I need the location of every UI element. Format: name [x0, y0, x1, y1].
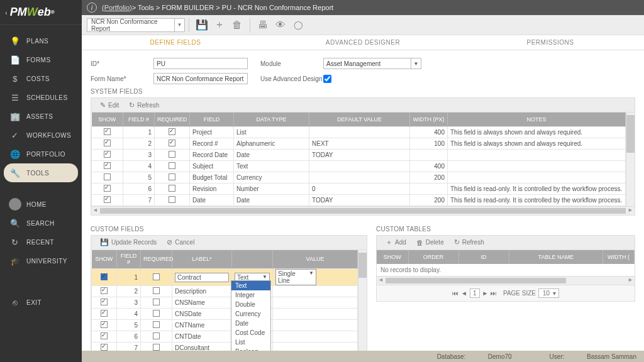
col-header[interactable] — [232, 250, 273, 269]
nav-workflows[interactable]: ✓WORKFLOWS — [0, 126, 82, 145]
id-input[interactable] — [153, 58, 248, 69]
dropdown-option[interactable]: List — [231, 337, 270, 347]
dropdown-option[interactable]: Text — [231, 281, 270, 290]
required-checkbox[interactable] — [169, 173, 175, 180]
nav-search[interactable]: 🔍SEARCH — [0, 214, 82, 233]
view-icon[interactable]: 👁 — [272, 19, 289, 31]
col-header[interactable]: DATA TYPE — [234, 112, 309, 126]
dropdown-option[interactable]: Integer — [231, 290, 270, 300]
col-header[interactable]: ID — [458, 250, 509, 264]
table-row[interactable]: 1ContractText▼Single Line▼ — [92, 269, 358, 286]
col-header[interactable]: SHOW — [377, 250, 408, 264]
table-row[interactable]: 3Record DateDateTODAY — [92, 149, 626, 160]
label-cell[interactable]: Contract — [172, 269, 232, 286]
nav-tools[interactable]: 🔧TOOLS — [4, 163, 78, 182]
tpage-size-select[interactable]: 10 ▾ — [538, 288, 559, 298]
refresh-tables-button[interactable]: ↻Refresh — [449, 238, 489, 246]
table-row[interactable]: 7DateDateTODAY200This field is read-only… — [92, 194, 626, 206]
nav-university[interactable]: 🎓UNIVERSITY — [0, 251, 82, 270]
nav-exit[interactable]: ⎋EXIT — [0, 293, 82, 312]
col-header[interactable]: REQUIRED — [155, 112, 190, 126]
dropdown-option[interactable]: Boolean — [231, 347, 270, 351]
show-checkbox[interactable] — [104, 128, 111, 135]
required-checkbox[interactable] — [153, 321, 160, 328]
show-checkbox[interactable] — [104, 162, 111, 169]
col-header[interactable]: WIDTH (PX) — [410, 112, 448, 126]
system-hscroll[interactable] — [91, 207, 635, 216]
show-checkbox[interactable] — [101, 273, 108, 280]
value-cell[interactable]: Single Line▼ — [273, 269, 358, 286]
dropdown-option[interactable]: Currency — [231, 309, 270, 319]
required-checkbox[interactable] — [169, 185, 175, 192]
required-checkbox[interactable] — [153, 344, 160, 351]
col-header[interactable]: LABEL* — [172, 250, 232, 269]
table-row[interactable]: 6RevisionNumber0This field is read-only.… — [92, 183, 626, 194]
table-row[interactable]: 2Record #AlphanumericNEXT100This field i… — [92, 138, 626, 149]
delete-icon[interactable]: 🗑 — [228, 19, 246, 31]
col-header[interactable]: TABLE NAME — [509, 250, 603, 264]
delete-button[interactable]: 🗑Delete — [411, 239, 449, 246]
nav-plans[interactable]: 💡PLANS — [0, 31, 82, 50]
show-checkbox[interactable] — [104, 140, 111, 146]
required-checkbox[interactable] — [169, 151, 175, 158]
dropdown-option[interactable]: Double — [231, 300, 270, 309]
type-dropdown-popup[interactable]: TextIntegerDoubleCurrencyDateCost CodeLi… — [231, 280, 271, 351]
system-vscroll[interactable] — [626, 112, 635, 206]
form-selector[interactable]: NCR Non Conformance Report — [87, 18, 175, 32]
tpager-next-icon[interactable]: ► — [482, 290, 489, 297]
col-header[interactable]: SHOW — [92, 250, 117, 269]
required-checkbox[interactable] — [169, 162, 175, 169]
table-row[interactable]: 6CNTDate — [92, 331, 358, 343]
show-checkbox[interactable] — [101, 332, 108, 339]
dropdown-option[interactable]: Cost Code — [231, 328, 270, 337]
show-checkbox[interactable] — [104, 185, 111, 192]
module-dropdown-icon[interactable]: ▼ — [411, 58, 421, 69]
nav-schedules[interactable]: ☰SCHEDULES — [0, 88, 82, 107]
cancel-button[interactable]: ⊘Cancel — [162, 238, 199, 246]
col-header[interactable]: NOTES — [448, 112, 626, 126]
show-checkbox[interactable] — [101, 310, 108, 317]
dropdown-option[interactable]: Date — [231, 319, 270, 328]
table-row[interactable]: 5Budget TotalCurrency200 — [92, 172, 626, 183]
adv-design-checkbox[interactable] — [323, 75, 331, 83]
required-checkbox[interactable] — [153, 287, 160, 294]
nav-costs[interactable]: $COSTS — [0, 69, 82, 88]
required-checkbox[interactable] — [153, 310, 160, 317]
table-row[interactable]: 1ProjectList400This field is always show… — [92, 126, 626, 138]
required-checkbox[interactable] — [169, 128, 175, 135]
col-header[interactable]: FIELD # — [117, 250, 141, 269]
required-checkbox[interactable] — [153, 332, 160, 339]
col-header[interactable]: SHOW — [92, 112, 123, 126]
show-checkbox[interactable] — [101, 344, 108, 351]
add-button[interactable]: ＋Add — [380, 238, 411, 247]
show-checkbox[interactable] — [104, 196, 111, 203]
tab-define-fields[interactable]: DEFINE FIELDS — [82, 35, 269, 50]
add-icon[interactable]: ＋ — [211, 18, 228, 31]
required-checkbox[interactable] — [169, 196, 175, 203]
required-checkbox[interactable] — [169, 140, 175, 146]
form-selector-dropdown[interactable]: ▼ — [175, 18, 185, 32]
required-checkbox[interactable] — [153, 299, 160, 305]
col-header[interactable]: FIELD — [190, 112, 234, 126]
col-header[interactable]: WIDTH ( — [603, 250, 635, 264]
tpager-last-icon[interactable]: ⏭ — [491, 290, 497, 297]
table-row[interactable]: 7DConsultant — [92, 343, 358, 351]
tpager-first-icon[interactable]: ⏮ — [452, 290, 458, 297]
required-checkbox[interactable] — [153, 273, 160, 280]
col-header[interactable]: FIELD # — [123, 112, 155, 126]
show-checkbox[interactable] — [101, 321, 108, 328]
table-row[interactable]: 2Description — [92, 286, 358, 297]
print-icon[interactable]: 🖶 — [254, 19, 272, 31]
tables-hscroll[interactable] — [376, 277, 635, 285]
col-header[interactable]: DEFAULT VALUE — [309, 112, 410, 126]
col-header[interactable]: REQUIRED — [141, 250, 172, 269]
edit-button[interactable]: ✎Edit — [95, 101, 124, 109]
breadcrumb-link[interactable]: (Portfolio) — [102, 4, 132, 11]
nav-portfolio[interactable]: 🌐PORTFOLIO — [0, 145, 82, 163]
update-records-button[interactable]: 💾Update Records — [95, 238, 162, 246]
info-icon[interactable]: i — [87, 3, 97, 13]
nav-recent[interactable]: ↻RECENT — [0, 233, 82, 251]
save-icon[interactable]: 💾 — [193, 19, 211, 31]
col-header[interactable]: ORDER — [408, 250, 458, 264]
form-name-input[interactable] — [153, 73, 248, 84]
